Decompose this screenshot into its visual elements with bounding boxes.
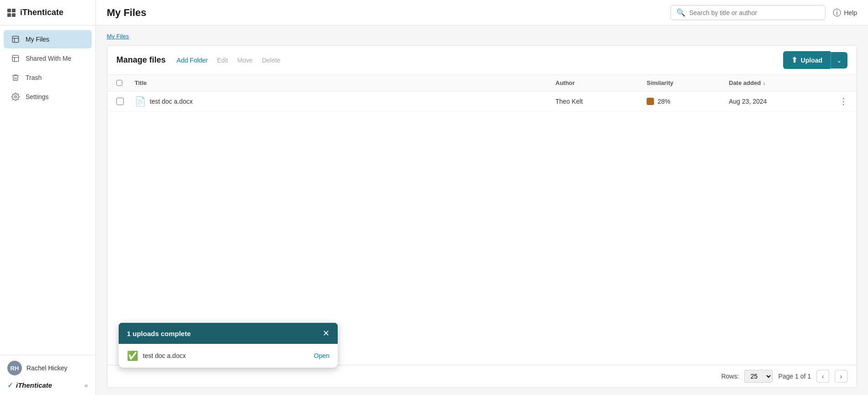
user-name: Rachel Hickey	[26, 364, 67, 372]
settings-icon	[11, 92, 20, 101]
previous-page-button[interactable]: ‹	[816, 370, 829, 383]
column-checkbox	[116, 79, 135, 86]
upload-dropdown-button[interactable]: ⌄	[831, 52, 847, 68]
help-button[interactable]: ⓘ Help	[833, 7, 857, 18]
docx-file-icon: 📄	[135, 96, 146, 107]
add-folder-button[interactable]: Add Folder	[177, 57, 208, 64]
row-similarity: 28%	[658, 98, 670, 105]
row-checkbox-cell	[116, 98, 135, 105]
sidebar-item-settings[interactable]: Settings	[4, 88, 92, 106]
brand-check-icon: ✓	[7, 381, 13, 390]
move-button[interactable]: Move	[237, 57, 253, 64]
breadcrumb[interactable]: My Files	[107, 33, 857, 40]
row-more-menu[interactable]: ⋮	[829, 96, 847, 106]
column-similarity: Similarity	[647, 79, 729, 86]
row-checkbox[interactable]	[116, 98, 124, 105]
column-date-added[interactable]: Date added ↓	[729, 79, 829, 86]
toast-file-row: ✅ test doc a.docx	[127, 350, 186, 361]
toast-header: 1 uploads complete ✕	[119, 323, 338, 344]
row-similarity-cell: 28%	[647, 98, 729, 105]
edit-button[interactable]: Edit	[217, 57, 228, 64]
sort-icon: ↓	[763, 80, 765, 86]
column-title: Title	[135, 79, 555, 86]
page-info: Page 1 of 1	[778, 373, 811, 380]
table-footer: Rows: 25 50 100 Page 1 of 1 ‹ ›	[107, 365, 857, 387]
row-date-cell: Aug 23, 2024	[729, 98, 829, 105]
similarity-badge	[647, 98, 654, 105]
upload-button[interactable]: ⬆ Upload	[783, 51, 831, 69]
search-input[interactable]	[689, 9, 820, 16]
app-title: iThenticate	[20, 8, 63, 17]
sidebar-item-trash[interactable]: Trash	[4, 68, 92, 87]
sidebar: iThenticate My Files Shared With Me	[0, 0, 96, 395]
toast-filename: test doc a.docx	[143, 352, 186, 359]
sidebar-item-label-trash: Trash	[26, 74, 42, 81]
sidebar-item-label-my-files: My Files	[26, 36, 49, 43]
svg-rect-3	[12, 55, 19, 62]
help-icon: ⓘ	[833, 7, 841, 18]
shared-icon	[11, 54, 20, 63]
toolbar: Manage files Add Folder Edit Move Delete…	[107, 46, 857, 75]
trash-icon	[11, 73, 20, 82]
table-header: Title Author Similarity Date added ↓	[107, 75, 857, 91]
page-title: My Files	[107, 7, 663, 19]
sidebar-item-label-settings: Settings	[26, 93, 49, 100]
column-actions	[829, 79, 847, 86]
help-label: Help	[844, 9, 857, 16]
table-row: 📄 test doc a.docx Theo Kelt 28% Aug 23, …	[107, 91, 857, 112]
file-icon	[11, 35, 20, 44]
rows-label: Rows:	[721, 373, 739, 380]
toast-title: 1 uploads complete	[127, 330, 191, 337]
avatar: RH	[7, 361, 22, 375]
svg-rect-0	[12, 36, 19, 42]
search-box[interactable]: 🔍	[670, 5, 826, 20]
toast-open-link[interactable]: Open	[314, 352, 329, 359]
row-title-cell: 📄 test doc a.docx	[135, 96, 555, 107]
upload-label: Upload	[801, 57, 822, 64]
toast-body: ✅ test doc a.docx Open	[119, 344, 338, 368]
row-date: Aug 23, 2024	[729, 98, 767, 105]
sidebar-item-shared-with-me[interactable]: Shared With Me	[4, 49, 92, 68]
sidebar-item-my-files[interactable]: My Files	[4, 30, 92, 48]
svg-point-4	[15, 96, 17, 98]
select-all-checkbox[interactable]	[116, 80, 122, 86]
grid-icon	[7, 9, 16, 17]
next-page-button[interactable]: ›	[835, 370, 847, 383]
rows-per-page-select[interactable]: 25 50 100	[744, 370, 773, 383]
toast-close-button[interactable]: ✕	[323, 329, 329, 337]
user-row: RH Rachel Hickey	[7, 361, 88, 375]
manage-files-label: Manage files	[116, 55, 166, 65]
column-author: Author	[555, 79, 647, 86]
sidebar-footer: RH Rachel Hickey ✓ iThenticate «	[0, 355, 95, 395]
top-bar: My Files 🔍 ⓘ Help	[96, 0, 868, 26]
search-icon: 🔍	[676, 8, 685, 17]
toast-success-icon: ✅	[127, 350, 138, 361]
delete-button[interactable]: Delete	[262, 57, 280, 64]
sidebar-header: iThenticate	[0, 0, 95, 26]
brand-row: ✓ iThenticate «	[7, 381, 88, 390]
row-title[interactable]: test doc a.docx	[150, 98, 193, 105]
upload-icon: ⬆	[791, 56, 797, 64]
collapse-sidebar-icon[interactable]: «	[84, 382, 88, 389]
sidebar-item-label-shared-with-me: Shared With Me	[26, 55, 71, 62]
upload-group: ⬆ Upload ⌄	[783, 51, 847, 69]
row-author-cell: Theo Kelt	[555, 98, 647, 105]
brand-name: iThenticate	[16, 381, 52, 389]
sidebar-nav: My Files Shared With Me Trash	[0, 26, 95, 355]
row-author: Theo Kelt	[555, 98, 583, 105]
toast-notification: 1 uploads complete ✕ ✅ test doc a.docx O…	[119, 323, 338, 368]
